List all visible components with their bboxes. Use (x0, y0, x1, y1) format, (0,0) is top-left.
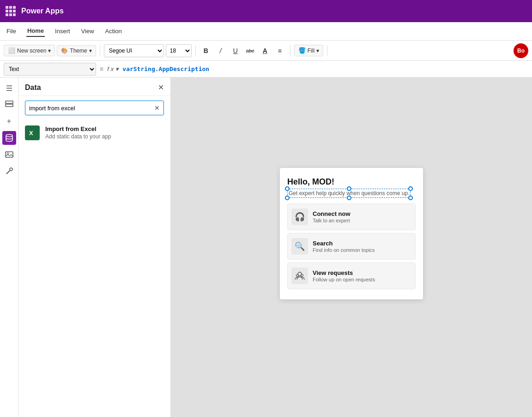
data-panel-close-button[interactable]: ✕ (158, 83, 164, 92)
handle-tr (408, 186, 413, 191)
italic-button[interactable]: / (214, 44, 227, 57)
greeting-text: Hello, MOD! (287, 177, 416, 187)
data-search-input[interactable] (29, 105, 151, 112)
app-title: Power Apps (21, 7, 64, 15)
requests-subtitle: Follow up on open requests (313, 277, 375, 282)
fill-button[interactable]: 🪣 Fill ▾ (294, 45, 323, 56)
excel-icon: X (25, 125, 40, 140)
sidebar-hamburger-icon[interactable]: ☰ (2, 81, 16, 95)
main-content: ☰ + Data ✕ ✕ X Import from Ex (0, 77, 532, 417)
sidebar-data-icon[interactable] (2, 131, 16, 145)
separator-2 (195, 45, 196, 56)
handle-bm (347, 196, 351, 200)
waffle-icon[interactable] (6, 6, 16, 16)
font-size-select[interactable]: 18 (166, 44, 192, 57)
handle-bl (285, 196, 290, 200)
font-color-button[interactable]: A (259, 44, 272, 57)
data-panel: Data ✕ ✕ X Import from Excel Add static … (18, 77, 171, 417)
underline-button[interactable]: U (229, 44, 242, 57)
menu-home[interactable]: Home (26, 25, 45, 37)
left-sidebar: ☰ + (0, 77, 18, 417)
svg-point-2 (6, 135, 12, 137)
separator-4 (327, 45, 327, 56)
data-search-box[interactable]: ✕ (25, 101, 164, 115)
formula-property-select[interactable]: Text (4, 63, 96, 76)
connect-title: Connect now (313, 210, 351, 217)
new-screen-button[interactable]: ⬜ New screen ▾ (4, 45, 55, 56)
handle-br (408, 196, 413, 200)
theme-icon: 🎨 (61, 48, 68, 54)
data-panel-title: Data (25, 83, 41, 92)
menu-insert[interactable]: Insert (54, 26, 71, 36)
strikethrough-button[interactable]: abc (244, 44, 257, 57)
handle-tm (347, 186, 351, 191)
fill-icon: 🪣 (298, 47, 306, 54)
search-title: Search (313, 240, 375, 247)
theme-button[interactable]: 🎨 Theme ▾ (57, 45, 96, 56)
search-row[interactable]: 🔍 Search Find info on common topics (287, 233, 416, 260)
app-preview-header: Hello, MOD! Get expert help quickly when… (287, 177, 416, 198)
sidebar-layers-icon[interactable] (2, 98, 16, 112)
menu-bar: File Home Insert View Action (0, 22, 532, 41)
new-screen-chevron-icon: ▾ (48, 48, 51, 54)
new-screen-icon: ⬜ (8, 47, 15, 54)
fill-chevron-icon: ▾ (316, 48, 319, 54)
requests-title: View requests (313, 269, 375, 276)
connect-subtitle: Talk to an expert (313, 218, 351, 223)
menu-view[interactable]: View (80, 26, 95, 36)
align-button[interactable]: ≡ (273, 44, 286, 57)
formula-equals: = (100, 66, 103, 73)
user-avatar[interactable]: Bo (514, 43, 528, 58)
fx-chevron-icon: ▾ (115, 66, 119, 72)
svg-rect-1 (6, 104, 13, 107)
separator-3 (290, 45, 290, 56)
formula-bar: Text = fx ▾ varString.AppDescription (0, 61, 532, 77)
theme-chevron-icon: ▾ (89, 48, 92, 54)
menu-file[interactable]: File (6, 26, 17, 36)
svg-line-5 (6, 171, 10, 174)
result-name: Import from Excel (45, 125, 164, 132)
separator-1 (100, 45, 100, 56)
requests-icon (291, 268, 308, 284)
svg-point-6 (10, 168, 12, 171)
subtitle-container: Get expert help quickly when questions c… (287, 189, 411, 198)
handle-tl (285, 186, 290, 191)
sidebar-add-icon[interactable]: + (2, 114, 16, 128)
svg-rect-0 (6, 101, 13, 103)
search-icon: 🔍 (291, 238, 308, 255)
data-panel-header: Data ✕ (18, 77, 170, 96)
font-family-select[interactable]: Segoe UI (104, 44, 164, 57)
connect-now-row[interactable]: 🎧 Connect now Talk to an expert (287, 203, 416, 230)
connect-icon: 🎧 (291, 208, 308, 225)
data-search-clear-button[interactable]: ✕ (154, 104, 160, 112)
canvas-area[interactable]: Hello, MOD! Get expert help quickly when… (171, 77, 532, 417)
title-bar: Power Apps (0, 0, 532, 22)
sidebar-tools-icon[interactable] (2, 164, 16, 178)
app-preview-card: Hello, MOD! Get expert help quickly when… (280, 168, 423, 299)
svg-rect-3 (6, 152, 13, 157)
import-excel-result[interactable]: X Import from Excel Add static data to y… (18, 120, 170, 146)
view-requests-row[interactable]: View requests Follow up on open requests (287, 262, 416, 289)
toolbar: ⬜ New screen ▾ 🎨 Theme ▾ Segoe UI 18 B /… (0, 41, 532, 61)
formula-value[interactable]: varString.AppDescription (122, 66, 528, 72)
search-subtitle: Find info on common topics (313, 247, 375, 253)
bold-button[interactable]: B (200, 44, 212, 57)
formula-fx-button[interactable]: fx ▾ (107, 66, 119, 72)
svg-text:X: X (29, 130, 33, 137)
sidebar-media-icon[interactable] (2, 148, 16, 161)
result-desc: Add static data to your app (45, 133, 164, 140)
menu-action[interactable]: Action (104, 26, 123, 36)
